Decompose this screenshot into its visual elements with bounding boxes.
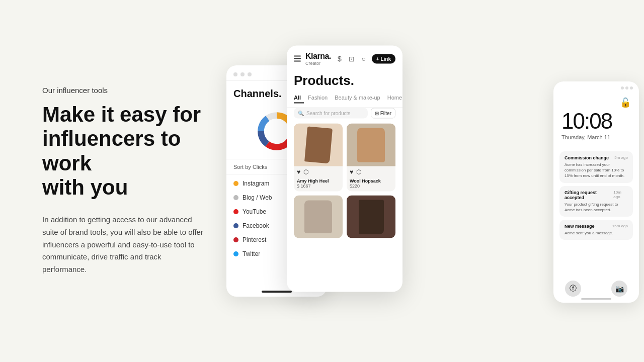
left-content: Our influencer tools Make it easy for in… bbox=[0, 86, 211, 276]
notifications-list: Commission change 5m ago Acme has increa… bbox=[559, 151, 633, 240]
heart-icon-2[interactable]: ♥ bbox=[350, 168, 353, 175]
notif-header: Commission change 5m ago bbox=[565, 155, 628, 160]
search-box[interactable]: 🔍 Search for products bbox=[294, 108, 368, 119]
product-name-1: Amy High Heel bbox=[297, 178, 340, 184]
product-name-2: Wool Hopsack bbox=[350, 178, 392, 184]
lock-bottom-icons: ⓕ 📷 bbox=[565, 281, 627, 297]
share-icon-1[interactable]: ⬡ bbox=[303, 168, 308, 175]
message-icon[interactable]: ⊡ bbox=[348, 55, 356, 63]
notification-card: Commission change 5m ago Acme has increa… bbox=[559, 151, 633, 183]
klarna-brand: Klarna. bbox=[305, 52, 331, 61]
klarna-logo: Klarna. Creator bbox=[305, 52, 331, 66]
product-price-1: $ 1667 bbox=[297, 184, 340, 189]
notif-body: Acme sent you a message. bbox=[565, 230, 628, 236]
boot-shape bbox=[304, 126, 333, 163]
product-img-coat bbox=[347, 124, 395, 166]
lock-dot-3 bbox=[630, 86, 633, 89]
lock-dot-2 bbox=[625, 86, 628, 89]
product-info-2: Wool Hopsack $220 bbox=[347, 177, 395, 192]
notif-title: Gifting request accepted bbox=[565, 190, 613, 200]
coat-shape bbox=[357, 128, 385, 162]
filter-button[interactable]: ⊞ Filter bbox=[371, 108, 395, 119]
camera-icon[interactable]: 📷 bbox=[611, 281, 627, 297]
product-img-boots2 bbox=[347, 196, 395, 238]
headline-line1: Make it easy for bbox=[42, 103, 201, 126]
channel-color-dot bbox=[233, 251, 238, 256]
notif-body: Your product gifting request to Acme has… bbox=[565, 202, 628, 213]
notif-body: Acme has increased your commission per s… bbox=[565, 162, 628, 179]
notif-time: 10m ago bbox=[613, 190, 628, 200]
link-button[interactable]: + Link bbox=[372, 54, 395, 63]
products-tab-home[interactable]: Home bbox=[387, 93, 403, 104]
product-img-boot bbox=[294, 124, 343, 166]
products-tab-all[interactable]: All bbox=[294, 93, 304, 104]
jacket-shape bbox=[304, 201, 332, 233]
notif-header: Gifting request accepted 10m ago bbox=[565, 190, 628, 200]
channel-color-dot bbox=[233, 195, 238, 200]
dollar-icon[interactable]: $ bbox=[336, 55, 344, 63]
channel-color-dot bbox=[233, 237, 238, 242]
products-title: Products. bbox=[287, 70, 403, 93]
products-tabs: AllFashionBeauty & make-upHome bbox=[287, 93, 403, 108]
lock-screen-content: 🔓 10:08 Thursday, March 11 bbox=[553, 92, 639, 145]
product-actions-2: ♥ ⬡ bbox=[347, 166, 395, 177]
products-phone: Klarna. Creator $ ⊡ ○ + Link Products. A… bbox=[287, 46, 403, 292]
product-card-boots2[interactable] bbox=[347, 196, 395, 238]
section-label: Our influencer tools bbox=[42, 86, 211, 95]
notif-title: New message bbox=[565, 224, 595, 229]
traffic-dot-green bbox=[248, 72, 252, 76]
lock-dots bbox=[621, 86, 633, 89]
products-tab-fashion[interactable]: Fashion bbox=[308, 93, 331, 104]
search-row: 🔍 Search for products ⊞ Filter bbox=[294, 108, 395, 119]
products-tab-beauty-&-make-up[interactable]: Beauty & make-up bbox=[335, 93, 383, 104]
product-card-boot[interactable]: ♥ ⬡ Amy High Heel $ 1667 bbox=[294, 124, 343, 192]
boots2-shape bbox=[359, 200, 384, 234]
search-icon: 🔍 bbox=[298, 111, 304, 116]
product-actions-1: ♥ ⬡ bbox=[294, 166, 343, 177]
profile-icon[interactable]: ○ bbox=[360, 55, 368, 63]
home-indicator bbox=[262, 291, 292, 293]
products-nav: Klarna. Creator $ ⊡ ○ + Link bbox=[287, 46, 403, 70]
hamburger-line-2 bbox=[294, 58, 301, 59]
headline-line3: with you bbox=[42, 175, 128, 199]
lock-screen-phone: 🔓 10:08 Thursday, March 11 Commission ch… bbox=[553, 81, 639, 303]
lock-date: Thursday, March 11 bbox=[561, 134, 631, 140]
share-icon-2[interactable]: ⬡ bbox=[356, 168, 361, 175]
klarna-sub: Creator bbox=[305, 61, 331, 66]
lock-icon: 🔓 bbox=[561, 97, 631, 108]
link-button-label: + Link bbox=[376, 56, 391, 61]
headline-line2: influencers to work bbox=[42, 127, 181, 174]
lock-header bbox=[553, 81, 639, 92]
flashlight-icon[interactable]: ⓕ bbox=[565, 281, 581, 297]
notification-card: New message 15m ago Acme sent you a mess… bbox=[559, 220, 633, 240]
channel-color-dot bbox=[233, 209, 238, 214]
filter-label: Filter bbox=[380, 111, 391, 116]
menu-icon[interactable] bbox=[294, 56, 301, 62]
hamburger-line-1 bbox=[294, 56, 301, 57]
channel-color-dot bbox=[233, 181, 238, 186]
body-copy: In addition to getting access to our adv… bbox=[42, 214, 203, 276]
hamburger-line-3 bbox=[294, 61, 301, 62]
search-placeholder: Search for products bbox=[306, 111, 350, 116]
headline: Make it easy for influencers to work wit… bbox=[42, 103, 211, 200]
lock-home-indicator bbox=[581, 298, 611, 300]
notification-card: Gifting request accepted 10m ago Your pr… bbox=[559, 186, 633, 217]
product-info-1: Amy High Heel $ 1667 bbox=[294, 177, 343, 192]
product-card-coat[interactable]: ♥ ⬡ Wool Hopsack $220 bbox=[347, 124, 395, 192]
ui-mockups: Channels. Sort by Clicks ▾ Instagra bbox=[211, 0, 644, 362]
notif-time: 15m ago bbox=[612, 224, 628, 229]
lock-dot-1 bbox=[621, 86, 624, 89]
nav-icons: $ ⊡ ○ + Link bbox=[336, 54, 395, 63]
sort-label: Sort by Clicks bbox=[233, 164, 267, 170]
heart-icon-1[interactable]: ♥ bbox=[297, 168, 300, 175]
notif-title: Commission change bbox=[565, 155, 609, 160]
products-grid: ♥ ⬡ Amy High Heel $ 1667 ♥ ⬡ Wool Ho bbox=[287, 124, 403, 238]
product-card-jacket[interactable] bbox=[294, 196, 343, 238]
filter-icon: ⊞ bbox=[375, 111, 379, 116]
notif-time: 5m ago bbox=[614, 155, 628, 160]
product-img-jacket bbox=[294, 196, 343, 238]
product-price-2: $220 bbox=[350, 184, 392, 189]
traffic-dot-yellow bbox=[240, 72, 245, 76]
channel-color-dot bbox=[233, 223, 238, 228]
lock-time: 10:08 bbox=[561, 110, 631, 132]
